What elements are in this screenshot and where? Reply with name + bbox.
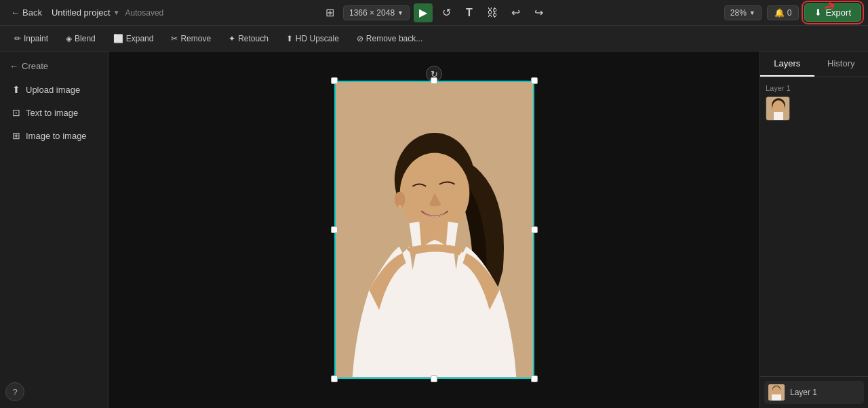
- text-to-image-icon: ⊡: [12, 107, 20, 118]
- expand-button[interactable]: ⬜ Expand: [106, 30, 161, 47]
- topbar: ← Back Untitled project ▼ Autosaved ⊞ 13…: [0, 0, 868, 26]
- handle-middle-right[interactable]: [531, 226, 538, 233]
- inpaint-icon: ✏: [14, 34, 21, 43]
- dimensions-selector[interactable]: 1366 × 2048 ▼: [343, 5, 410, 20]
- blend-icon: ◈: [66, 34, 72, 43]
- canvas-image: [336, 82, 533, 378]
- image-to-image-icon: ⊞: [12, 130, 20, 141]
- hd-upscale-button[interactable]: ⬆ HD Upscale: [279, 30, 347, 47]
- tab-layers[interactable]: Layers: [760, 52, 814, 77]
- canvas-wrapper: ↻: [334, 81, 534, 379]
- handle-middle-left[interactable]: [331, 226, 338, 233]
- bell-icon: 🔔: [774, 8, 785, 18]
- inpaint-button[interactable]: ✏ Inpaint: [7, 30, 56, 47]
- upload-image-button[interactable]: ⬆ Upload image: [5, 79, 102, 100]
- back-icon: ←: [11, 7, 20, 18]
- chevron-down-icon: ▼: [397, 9, 403, 16]
- chevron-down-icon: ▼: [749, 9, 755, 16]
- main-layout: ← Create ⬆ Upload image ⊡ Text to image …: [0, 52, 868, 408]
- handle-top-left[interactable]: [331, 77, 338, 84]
- remove-button[interactable]: ✂ Remove: [163, 30, 218, 47]
- zoom-selector[interactable]: 28% ▼: [724, 5, 762, 20]
- canvas-image-frame: [334, 81, 534, 379]
- right-panel: Layers History Layer 1: [760, 52, 868, 408]
- hd-icon: ⬆: [286, 34, 293, 43]
- create-icon: ←: [9, 61, 18, 71]
- notification-count: 0: [787, 8, 792, 18]
- image-to-image-button[interactable]: ⊞ Image to image: [5, 125, 102, 146]
- layer-bottom: Layer 1: [760, 376, 868, 408]
- topbar-right: 28% ▼ 🔔 0 ⬇ Export ➜: [724, 3, 861, 22]
- svg-rect-13: [772, 394, 781, 401]
- text-to-image-button[interactable]: ⊡ Text to image: [5, 102, 102, 123]
- svg-point-12: [772, 386, 781, 396]
- remove-back-button[interactable]: ⊘ Remove back...: [349, 30, 430, 47]
- redo-icon[interactable]: ↪: [529, 3, 548, 22]
- svg-rect-9: [774, 112, 783, 121]
- layer1-section-label: Layer 1: [766, 84, 863, 92]
- back-label: Back: [22, 7, 42, 18]
- topbar-center: ⊞ 1366 × 2048 ▼ ▶ ↺ T ⛓ ↩ ↪: [320, 3, 548, 22]
- create-section-label: ← Create: [5, 58, 102, 77]
- handle-top-right[interactable]: [531, 77, 538, 84]
- expand-icon: ⬜: [113, 34, 123, 43]
- canvas-area[interactable]: ↻: [108, 52, 760, 408]
- tab-history[interactable]: History: [814, 52, 869, 77]
- secondary-toolbar: ✏ Inpaint ◈ Blend ⬜ Expand ✂ Remove ✦ Re…: [0, 26, 868, 52]
- notifications-button[interactable]: 🔔 0: [767, 5, 800, 20]
- dimensions-value: 1366 × 2048: [349, 8, 395, 18]
- upload-icon: ⬆: [12, 84, 20, 95]
- text-icon[interactable]: T: [460, 3, 479, 22]
- link-icon[interactable]: ⛓: [483, 3, 502, 22]
- autosaved-label: Autosaved: [125, 8, 164, 18]
- rotate-icon[interactable]: ↺: [437, 3, 456, 22]
- zoom-value: 28%: [730, 8, 747, 18]
- device-icon[interactable]: ⊞: [320, 3, 339, 22]
- chevron-down-icon: ▼: [113, 9, 120, 16]
- right-panel-tabs: Layers History: [760, 52, 868, 77]
- retouch-button[interactable]: ✦ Retouch: [221, 30, 276, 47]
- undo-icon[interactable]: ↩: [506, 3, 525, 22]
- remove-icon: ✂: [171, 34, 178, 43]
- svg-point-5: [398, 205, 401, 208]
- layer-item-label: Layer 1: [790, 388, 817, 397]
- play-icon[interactable]: ▶: [414, 3, 433, 22]
- project-name[interactable]: Untitled project ▼: [52, 7, 120, 18]
- handle-top-middle[interactable]: [431, 77, 437, 84]
- back-button[interactable]: ← Back: [7, 5, 46, 20]
- layer-thumb-small: [768, 384, 785, 401]
- topbar-left: ← Back Untitled project ▼ Autosaved: [7, 5, 163, 20]
- layer-item[interactable]: Layer 1: [764, 381, 864, 404]
- remove-back-icon: ⊘: [357, 34, 363, 43]
- left-sidebar: ← Create ⬆ Upload image ⊡ Text to image …: [0, 52, 108, 408]
- help-button[interactable]: ?: [5, 382, 24, 401]
- layer-thumbnail: [766, 96, 790, 121]
- blend-button[interactable]: ◈ Blend: [58, 30, 103, 47]
- handle-bottom-middle[interactable]: [431, 375, 437, 382]
- sidebar-footer: ?: [5, 382, 102, 401]
- handle-bottom-left[interactable]: [331, 375, 338, 382]
- handle-bottom-right[interactable]: [531, 375, 538, 382]
- layers-content: Layer 1: [760, 77, 868, 376]
- download-icon: ⬇: [814, 7, 822, 18]
- retouch-icon: ✦: [229, 34, 235, 43]
